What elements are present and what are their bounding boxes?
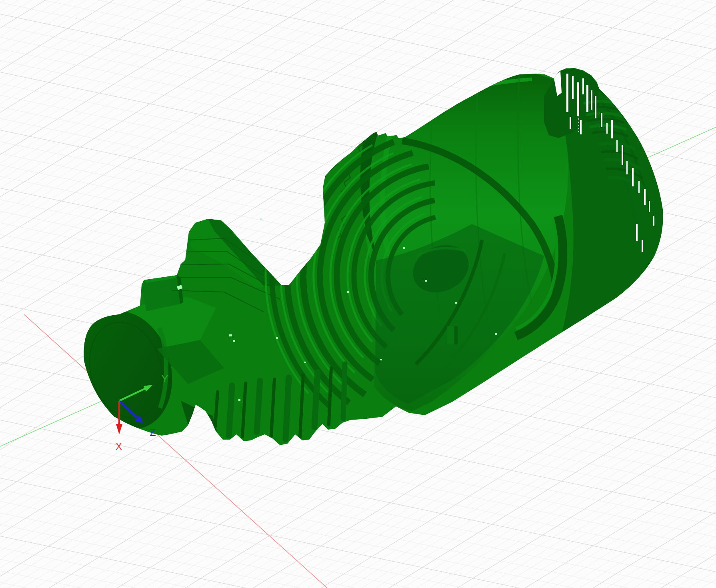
axis-label-z: Z: [150, 427, 156, 438]
axis-label-y: Y: [162, 373, 168, 384]
viewport-3d[interactable]: X Y Z: [0, 0, 716, 588]
mesh-nub: [447, 326, 458, 344]
axis-label-x: X: [116, 441, 122, 452]
scene-canvas: X Y Z: [0, 0, 716, 588]
